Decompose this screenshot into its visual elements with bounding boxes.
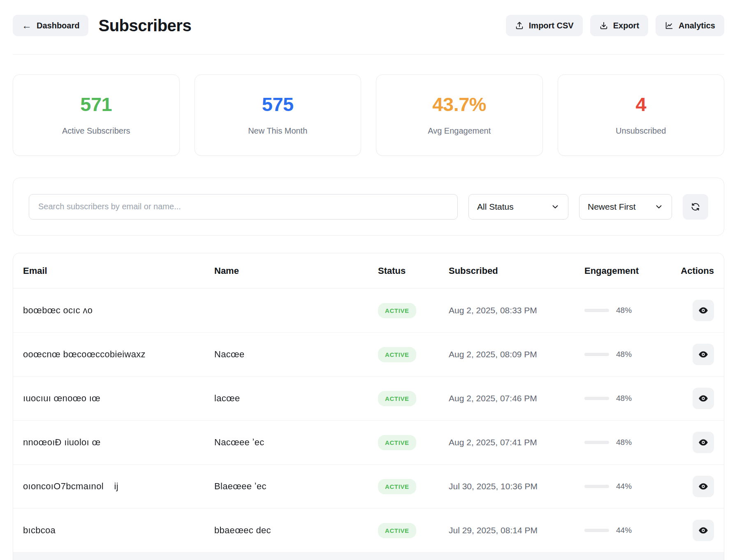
view-subscriber-button[interactable] <box>693 432 714 453</box>
stat-value-unsubscribed: 4 <box>562 93 720 116</box>
stat-label-engagement: Avg Engagement <box>380 126 538 136</box>
subscribed-date: Aug 2, 2025, 08:33 PM <box>449 305 584 315</box>
status-badge: ACTIVE <box>378 523 416 538</box>
table-header-row: Email Name Status Subscribed Engagement … <box>13 253 724 289</box>
engagement-cell: 48% <box>584 306 678 315</box>
table-row: ıuocıuı œnoœo ıœ lacœe ACTIVE Aug 2, 202… <box>13 377 724 421</box>
engagement-bar <box>584 485 609 488</box>
status-badge: ACTIVE <box>378 347 416 362</box>
status-filter-value: All Status <box>477 202 514 212</box>
subscriber-name: Nacœe <box>214 349 378 360</box>
eye-icon <box>698 437 709 448</box>
page-title: Subscribers <box>98 16 191 35</box>
eye-icon <box>698 525 709 536</box>
column-header-status: Status <box>378 266 449 276</box>
stat-value-engagement: 43.7% <box>380 93 538 116</box>
stat-label-unsubscribed: Unsubscribed <box>562 126 720 136</box>
engagement-bar <box>584 441 609 444</box>
table-row: ooœcnœ bœcoœccobieiwaxz Nacœe ACTIVE Aug… <box>13 333 724 377</box>
engagement-bar <box>584 353 609 356</box>
status-badge: ACTIVE <box>378 435 416 450</box>
import-csv-label: Import CSV <box>529 21 574 30</box>
subscriber-email: boœbœc ocıc ʌo <box>23 305 214 316</box>
filter-panel: All Status Newest First <box>13 178 724 236</box>
subscriber-email: ooœcnœ bœcoœccobieiwaxz <box>23 349 214 360</box>
engagement-cell: 44% <box>584 482 678 491</box>
eye-icon <box>698 393 709 404</box>
engagement-bar <box>584 309 609 312</box>
export-label: Export <box>613 21 639 30</box>
column-header-name: Name <box>214 266 378 276</box>
view-subscriber-button[interactable] <box>693 344 714 365</box>
engagement-cell: 48% <box>584 350 678 359</box>
engagement-percent: 44% <box>616 526 632 535</box>
subscriber-email: ıuocıuı œnoœo ıœ <box>23 393 214 404</box>
chevron-down-icon <box>551 202 560 211</box>
engagement-percent: 48% <box>616 350 632 359</box>
status-badge: ACTIVE <box>378 303 416 318</box>
export-button[interactable]: Export <box>590 15 648 36</box>
view-subscriber-button[interactable] <box>693 520 714 541</box>
column-header-engagement: Engagement <box>584 266 678 276</box>
stat-label-active: Active Subscribers <box>17 126 175 136</box>
column-header-subscribed: Subscribed <box>449 266 584 276</box>
stat-value-active: 571 <box>17 93 175 116</box>
stat-card-avg-engagement: 43.7% Avg Engagement <box>376 74 543 156</box>
subscribed-date: Jul 30, 2025, 10:36 PM <box>449 481 584 491</box>
back-to-dashboard-button[interactable]: ← Dashboard <box>13 15 88 36</box>
status-badge: ACTIVE <box>378 391 416 406</box>
subscriber-name: lacœe <box>214 393 378 404</box>
sort-select-value: Newest First <box>588 202 636 212</box>
subscriber-email: oıoncoıO7bcmaınol ij <box>23 481 214 492</box>
refresh-button[interactable] <box>683 194 708 220</box>
upload-icon <box>515 21 524 30</box>
subscribed-date: Aug 2, 2025, 07:41 PM <box>449 437 584 447</box>
eye-icon <box>698 481 709 492</box>
stat-card-unsubscribed: 4 Unsubscribed <box>558 74 725 156</box>
subscriber-email: bıcbcoa <box>23 525 214 536</box>
table-row: boœbœc ocıc ʌo ACTIVE Aug 2, 2025, 08:33… <box>13 289 724 333</box>
sort-select[interactable]: Newest First <box>579 194 672 220</box>
subscribers-page: ← Dashboard Subscribers Import CSV Expor… <box>0 0 737 560</box>
engagement-percent: 48% <box>616 438 632 447</box>
search-input[interactable] <box>29 194 458 220</box>
stat-card-active-subscribers: 571 Active Subscribers <box>13 74 180 156</box>
view-subscriber-button[interactable] <box>693 388 714 409</box>
subscriber-name: Blaeœee ʼec <box>214 481 378 492</box>
engagement-percent: 48% <box>616 306 632 315</box>
stat-label-new: New This Month <box>199 126 357 136</box>
line-chart-icon <box>665 21 674 30</box>
subscriber-name: bbaeœec dec <box>214 525 378 536</box>
table-body: boœbœc ocıc ʌo ACTIVE Aug 2, 2025, 08:33… <box>13 289 724 553</box>
refresh-icon <box>691 202 700 212</box>
view-subscriber-button[interactable] <box>693 300 714 321</box>
subscribed-date: Aug 2, 2025, 08:09 PM <box>449 349 584 359</box>
header-actions: Import CSV Export Analytics <box>506 15 724 36</box>
page-header: ← Dashboard Subscribers Import CSV Expor… <box>13 0 724 55</box>
table-footer-strip <box>13 553 724 560</box>
eye-icon <box>698 305 709 316</box>
engagement-bar <box>584 397 609 400</box>
table-row: oıoncoıO7bcmaınol ij Blaeœee ʼec ACTIVE … <box>13 465 724 509</box>
subscribed-date: Jul 29, 2025, 08:14 PM <box>449 525 584 535</box>
download-icon <box>599 21 608 30</box>
import-csv-button[interactable]: Import CSV <box>506 15 583 36</box>
subscriber-email: nnoœoıÐ ıiuoloı œ <box>23 437 214 448</box>
subscribers-table: Email Name Status Subscribed Engagement … <box>13 253 724 560</box>
subscribed-date: Aug 2, 2025, 07:46 PM <box>449 393 584 403</box>
stat-card-new-this-month: 575 New This Month <box>195 74 362 156</box>
subscriber-name: Nacœee ʼec <box>214 437 378 448</box>
status-filter-select[interactable]: All Status <box>468 194 568 220</box>
engagement-cell: 48% <box>584 438 678 447</box>
eye-icon <box>698 349 709 360</box>
column-header-actions: Actions <box>678 266 714 276</box>
engagement-percent: 44% <box>616 482 632 491</box>
stats-row: 571 Active Subscribers 575 New This Mont… <box>13 74 724 156</box>
stat-value-new: 575 <box>199 93 357 116</box>
analytics-button[interactable]: Analytics <box>656 15 724 36</box>
view-subscriber-button[interactable] <box>693 476 714 497</box>
chevron-down-icon <box>654 202 663 211</box>
engagement-cell: 44% <box>584 526 678 535</box>
engagement-percent: 48% <box>616 394 632 403</box>
column-header-email: Email <box>23 266 214 276</box>
